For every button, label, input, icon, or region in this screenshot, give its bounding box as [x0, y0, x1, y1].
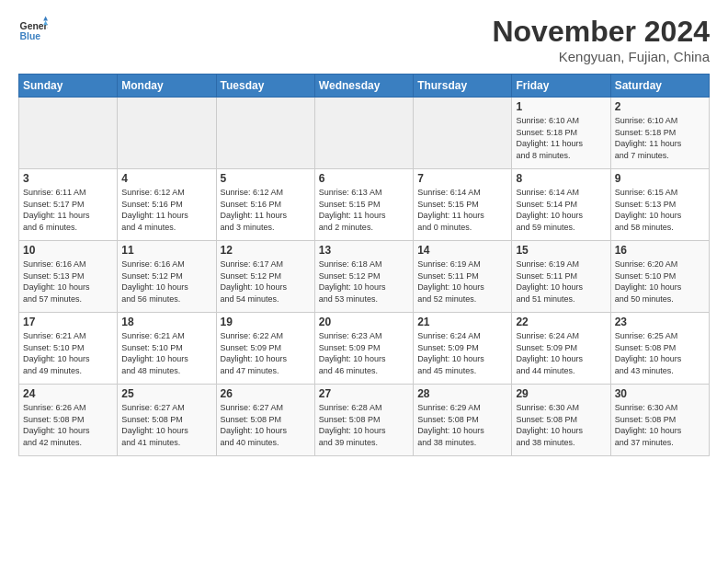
day-info: Sunrise: 6:21 AM Sunset: 5:10 PM Dayligh… [23, 330, 113, 376]
calendar-cell: 16Sunrise: 6:20 AM Sunset: 5:10 PM Dayli… [610, 241, 709, 313]
calendar-cell: 23Sunrise: 6:25 AM Sunset: 5:08 PM Dayli… [610, 313, 709, 385]
day-number: 5 [221, 172, 311, 185]
svg-marker-2 [43, 17, 48, 21]
weekday-header-thursday: Thursday [414, 75, 512, 98]
day-info: Sunrise: 6:13 AM Sunset: 5:15 PM Dayligh… [319, 187, 409, 233]
day-info: Sunrise: 6:11 AM Sunset: 5:17 PM Dayligh… [23, 187, 113, 233]
calendar-cell: 8Sunrise: 6:14 AM Sunset: 5:14 PM Daylig… [512, 169, 610, 241]
calendar-cell: 6Sunrise: 6:13 AM Sunset: 5:15 PM Daylig… [314, 169, 413, 241]
calendar-cell: 24Sunrise: 6:26 AM Sunset: 5:08 PM Dayli… [19, 385, 118, 456]
calendar-week-1: 1Sunrise: 6:10 AM Sunset: 5:18 PM Daylig… [19, 98, 710, 169]
day-info: Sunrise: 6:14 AM Sunset: 5:14 PM Dayligh… [516, 187, 606, 233]
calendar-cell: 21Sunrise: 6:24 AM Sunset: 5:09 PM Dayli… [414, 313, 512, 385]
day-number: 2 [615, 100, 705, 113]
calendar-cell: 25Sunrise: 6:27 AM Sunset: 5:08 PM Dayli… [118, 385, 216, 456]
weekday-header-saturday: Saturday [610, 75, 709, 98]
day-number: 4 [121, 172, 211, 185]
calendar-week-3: 10Sunrise: 6:16 AM Sunset: 5:13 PM Dayli… [19, 241, 710, 313]
calendar-cell: 27Sunrise: 6:28 AM Sunset: 5:08 PM Dayli… [314, 385, 413, 456]
day-number: 23 [615, 316, 705, 328]
day-number: 9 [615, 172, 705, 185]
calendar-cell: 2Sunrise: 6:10 AM Sunset: 5:18 PM Daylig… [610, 98, 709, 169]
calendar-cell: 7Sunrise: 6:14 AM Sunset: 5:15 PM Daylig… [414, 169, 512, 241]
day-info: Sunrise: 6:29 AM Sunset: 5:08 PM Dayligh… [417, 402, 507, 448]
calendar-cell: 14Sunrise: 6:19 AM Sunset: 5:11 PM Dayli… [414, 241, 512, 313]
day-number: 18 [121, 316, 211, 328]
day-number: 13 [319, 244, 409, 257]
day-info: Sunrise: 6:24 AM Sunset: 5:09 PM Dayligh… [417, 330, 507, 376]
weekday-header-friday: Friday [512, 75, 610, 98]
title-block: November 2024 Kengyuan, Fujian, China [492, 15, 710, 64]
day-number: 19 [221, 316, 311, 328]
calendar-cell: 22Sunrise: 6:24 AM Sunset: 5:09 PM Dayli… [512, 313, 610, 385]
calendar-week-5: 24Sunrise: 6:26 AM Sunset: 5:08 PM Dayli… [19, 385, 710, 456]
logo: General Blue [18, 15, 48, 44]
calendar-cell [118, 98, 216, 169]
page-header: General Blue November 2024 Kengyuan, Fuj… [18, 15, 710, 64]
day-number: 8 [516, 172, 606, 185]
weekday-header-wednesday: Wednesday [314, 75, 413, 98]
day-number: 12 [221, 244, 311, 257]
day-number: 7 [417, 172, 507, 185]
day-info: Sunrise: 6:16 AM Sunset: 5:13 PM Dayligh… [23, 259, 113, 304]
day-number: 14 [417, 244, 507, 257]
calendar-cell: 29Sunrise: 6:30 AM Sunset: 5:08 PM Dayli… [512, 385, 610, 456]
day-number: 3 [23, 172, 113, 185]
day-info: Sunrise: 6:16 AM Sunset: 5:12 PM Dayligh… [121, 259, 211, 304]
calendar-cell: 15Sunrise: 6:19 AM Sunset: 5:11 PM Dayli… [512, 241, 610, 313]
day-info: Sunrise: 6:19 AM Sunset: 5:11 PM Dayligh… [516, 259, 606, 304]
calendar-cell: 28Sunrise: 6:29 AM Sunset: 5:08 PM Dayli… [414, 385, 512, 456]
calendar-cell: 20Sunrise: 6:23 AM Sunset: 5:09 PM Dayli… [314, 313, 413, 385]
day-info: Sunrise: 6:15 AM Sunset: 5:13 PM Dayligh… [615, 187, 705, 233]
day-number: 20 [319, 316, 409, 328]
day-number: 24 [23, 387, 113, 400]
svg-text:Blue: Blue [20, 31, 41, 41]
weekday-header-row: SundayMondayTuesdayWednesdayThursdayFrid… [19, 75, 710, 98]
day-number: 30 [615, 387, 705, 400]
day-info: Sunrise: 6:17 AM Sunset: 5:12 PM Dayligh… [221, 259, 311, 304]
day-number: 28 [417, 387, 507, 400]
day-info: Sunrise: 6:20 AM Sunset: 5:10 PM Dayligh… [615, 259, 705, 304]
calendar-cell: 13Sunrise: 6:18 AM Sunset: 5:12 PM Dayli… [314, 241, 413, 313]
calendar-cell [216, 98, 314, 169]
calendar-cell: 30Sunrise: 6:30 AM Sunset: 5:08 PM Dayli… [610, 385, 709, 456]
day-info: Sunrise: 6:30 AM Sunset: 5:08 PM Dayligh… [615, 402, 705, 448]
day-info: Sunrise: 6:26 AM Sunset: 5:08 PM Dayligh… [23, 402, 113, 448]
svg-text:General: General [20, 21, 48, 31]
weekday-header-monday: Monday [118, 75, 216, 98]
calendar-cell [314, 98, 413, 169]
day-number: 15 [516, 244, 606, 257]
day-number: 21 [417, 316, 507, 328]
calendar-cell: 19Sunrise: 6:22 AM Sunset: 5:09 PM Dayli… [216, 313, 314, 385]
calendar-cell: 11Sunrise: 6:16 AM Sunset: 5:12 PM Dayli… [118, 241, 216, 313]
calendar-cell: 12Sunrise: 6:17 AM Sunset: 5:12 PM Dayli… [216, 241, 314, 313]
day-info: Sunrise: 6:24 AM Sunset: 5:09 PM Dayligh… [516, 330, 606, 376]
day-info: Sunrise: 6:12 AM Sunset: 5:16 PM Dayligh… [221, 187, 311, 233]
weekday-header-sunday: Sunday [19, 75, 118, 98]
calendar-cell: 1Sunrise: 6:10 AM Sunset: 5:18 PM Daylig… [512, 98, 610, 169]
day-info: Sunrise: 6:22 AM Sunset: 5:09 PM Dayligh… [221, 330, 311, 376]
day-number: 17 [23, 316, 113, 328]
calendar-cell: 5Sunrise: 6:12 AM Sunset: 5:16 PM Daylig… [216, 169, 314, 241]
calendar-cell: 9Sunrise: 6:15 AM Sunset: 5:13 PM Daylig… [610, 169, 709, 241]
calendar-week-4: 17Sunrise: 6:21 AM Sunset: 5:10 PM Dayli… [19, 313, 710, 385]
day-number: 6 [319, 172, 409, 185]
weekday-header-tuesday: Tuesday [216, 75, 314, 98]
day-number: 25 [121, 387, 211, 400]
day-info: Sunrise: 6:12 AM Sunset: 5:16 PM Dayligh… [121, 187, 211, 233]
calendar-cell [414, 98, 512, 169]
day-number: 16 [615, 244, 705, 257]
day-info: Sunrise: 6:25 AM Sunset: 5:08 PM Dayligh… [615, 330, 705, 376]
day-info: Sunrise: 6:10 AM Sunset: 5:18 PM Dayligh… [615, 115, 705, 161]
day-info: Sunrise: 6:30 AM Sunset: 5:08 PM Dayligh… [516, 402, 606, 448]
day-info: Sunrise: 6:10 AM Sunset: 5:18 PM Dayligh… [516, 115, 606, 161]
day-info: Sunrise: 6:28 AM Sunset: 5:08 PM Dayligh… [319, 402, 409, 448]
day-info: Sunrise: 6:21 AM Sunset: 5:10 PM Dayligh… [121, 330, 211, 376]
location: Kengyuan, Fujian, China [492, 49, 710, 64]
calendar-cell: 10Sunrise: 6:16 AM Sunset: 5:13 PM Dayli… [19, 241, 118, 313]
logo-icon: General Blue [18, 15, 48, 44]
calendar-cell: 17Sunrise: 6:21 AM Sunset: 5:10 PM Dayli… [19, 313, 118, 385]
calendar-cell: 4Sunrise: 6:12 AM Sunset: 5:16 PM Daylig… [118, 169, 216, 241]
calendar-cell: 26Sunrise: 6:27 AM Sunset: 5:08 PM Dayli… [216, 385, 314, 456]
day-number: 11 [121, 244, 211, 257]
